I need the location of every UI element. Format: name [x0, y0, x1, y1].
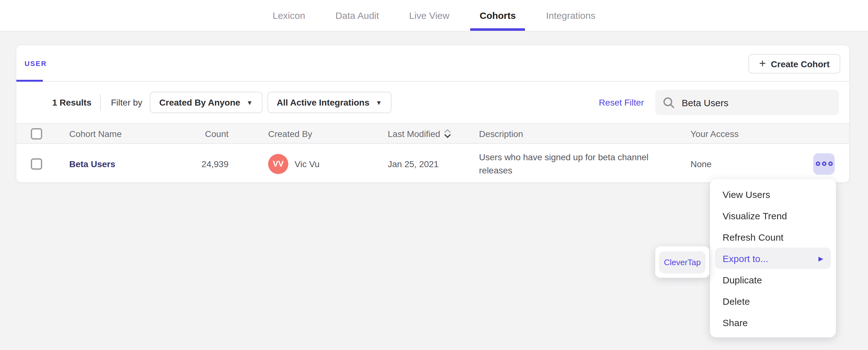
- divider: [100, 94, 101, 111]
- created-by-dropdown[interactable]: Created By Anyone ▼: [150, 92, 262, 113]
- search-box[interactable]: [655, 90, 839, 115]
- column-header-last-modified-label: Last Modified: [388, 129, 440, 139]
- create-cohort-button[interactable]: + Create Cohort: [748, 54, 840, 73]
- cohort-name-link[interactable]: Beta Users: [69, 159, 115, 169]
- column-header-your-access: Your Access: [690, 129, 813, 139]
- table-header: Cohort Name Count Created By Last Modifi…: [17, 123, 849, 144]
- avatar: VV: [268, 154, 288, 174]
- cohorts-card: USER + Create Cohort 1 Results Filter by…: [16, 45, 850, 183]
- chevron-down-icon: ▼: [246, 99, 253, 106]
- cohort-description: Users who have signed up for beta channe…: [479, 150, 668, 177]
- sort-icon[interactable]: [444, 128, 452, 139]
- select-all-checkbox[interactable]: [31, 128, 42, 139]
- integrations-dropdown-value: All Active Integrations: [277, 97, 370, 107]
- last-modified-date: Jan 25, 2021: [388, 159, 479, 169]
- page-body: USER + Create Cohort 1 Results Filter by…: [0, 31, 868, 350]
- column-header-created-by[interactable]: Created By: [228, 129, 388, 139]
- menu-item-visualize-trend[interactable]: Visualize Trend: [710, 205, 836, 226]
- menu-item-clevertap[interactable]: CleverTap: [659, 251, 706, 273]
- menu-item-duplicate[interactable]: Duplicate: [710, 269, 836, 290]
- nav-tab-integrations[interactable]: Integrations: [546, 0, 595, 31]
- context-menu: View Users Visualize Trend Refresh Count…: [710, 179, 836, 338]
- integrations-dropdown[interactable]: All Active Integrations ▼: [267, 92, 391, 113]
- menu-item-export-to[interactable]: Export to... ▶: [715, 248, 831, 269]
- top-nav: Lexicon Data Audit Live View Cohorts Int…: [0, 0, 868, 31]
- app-window: Lexicon Data Audit Live View Cohorts Int…: [0, 0, 868, 350]
- filter-bar: 1 Results Filter by Created By Anyone ▼ …: [17, 82, 849, 123]
- more-options-icon: [815, 162, 832, 166]
- submenu-arrow-icon: ▶: [818, 255, 823, 262]
- tab-user-label: USER: [25, 59, 47, 67]
- cohort-type-tabstrip: USER + Create Cohort: [17, 45, 849, 82]
- menu-item-export-to-label: Export to...: [722, 253, 768, 264]
- your-access-value: None: [690, 159, 813, 169]
- reset-filter-link[interactable]: Reset Filter: [599, 97, 644, 107]
- create-cohort-label: Create Cohort: [771, 59, 830, 69]
- filter-by-label: Filter by: [111, 97, 143, 107]
- column-header-last-modified[interactable]: Last Modified: [388, 128, 479, 139]
- column-header-cohort-name[interactable]: Cohort Name: [69, 129, 174, 139]
- column-header-description: Description: [479, 129, 690, 139]
- plus-icon: +: [759, 58, 766, 69]
- menu-item-share[interactable]: Share: [710, 312, 836, 333]
- nav-tab-lexicon[interactable]: Lexicon: [273, 0, 305, 31]
- menu-item-delete[interactable]: Delete: [710, 290, 836, 312]
- created-by-name: Vic Vu: [294, 159, 319, 169]
- menu-item-refresh-count[interactable]: Refresh Count: [710, 226, 836, 248]
- results-count: 1 Results: [52, 97, 92, 107]
- chevron-down-icon: ▼: [376, 99, 382, 106]
- cohort-count: 24,939: [174, 159, 228, 169]
- nav-tab-data-audit[interactable]: Data Audit: [336, 0, 379, 31]
- nav-tab-live-view[interactable]: Live View: [409, 0, 450, 31]
- column-header-count[interactable]: Count: [174, 129, 228, 139]
- created-by-dropdown-value: Created By Anyone: [159, 97, 240, 107]
- export-submenu: CleverTap: [655, 246, 709, 278]
- nav-tab-cohorts[interactable]: Cohorts: [479, 0, 516, 31]
- row-checkbox[interactable]: [31, 158, 42, 169]
- search-icon: [663, 97, 675, 108]
- row-actions-button[interactable]: [813, 153, 835, 174]
- search-input[interactable]: [655, 90, 839, 115]
- menu-item-view-users[interactable]: View Users: [710, 183, 836, 205]
- table-row: Beta Users 24,939 VV Vic Vu Jan 25, 2021…: [17, 144, 849, 183]
- tab-user[interactable]: USER: [17, 45, 47, 81]
